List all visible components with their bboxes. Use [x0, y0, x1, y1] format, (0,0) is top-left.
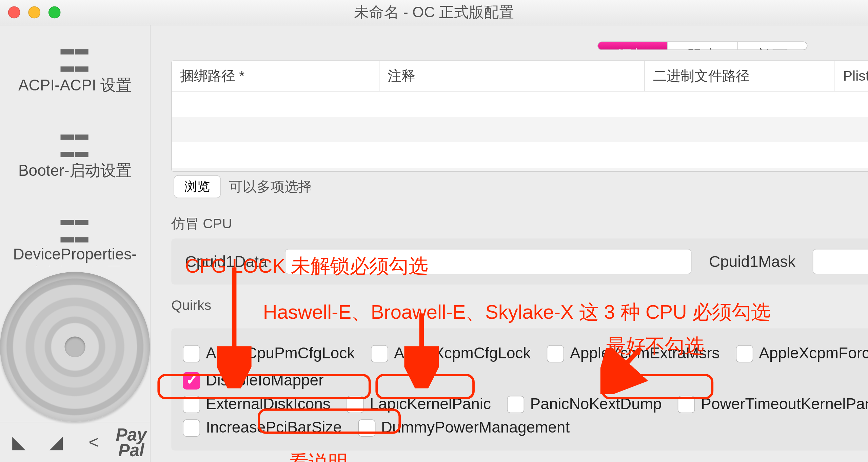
kext-table: 捆绑路径 *注释二进制文件路径Plist 文件路径最小内核最大内核启用	[171, 60, 868, 172]
quirk-label: AppleXcpmForceBoost	[759, 344, 868, 362]
quirk-label: AppleCpuPmCfgLock	[206, 344, 355, 362]
sidebar-item-label: ACPI-ACPI 设置	[6, 75, 144, 96]
titlebar: 未命名 - OC 正式版配置	[0, 0, 868, 25]
list-icon: ▂▂▂▂	[6, 206, 144, 241]
checkbox[interactable]	[736, 345, 753, 362]
quirk-IncreasePciBarSize[interactable]: IncreasePciBarSize	[183, 419, 342, 437]
minimize-icon[interactable]	[28, 6, 40, 19]
tab-bar: 添加阻止补丁	[597, 41, 807, 50]
checkbox[interactable]	[183, 396, 200, 413]
cpuid1mask-input[interactable]	[813, 249, 868, 274]
quirk-DummyPowerManagement[interactable]: DummyPowerManagement	[358, 419, 570, 437]
checkbox[interactable]	[347, 396, 364, 413]
sidebar-item[interactable]: ▂▂▂▂DeviceProperties-注入设备设置	[0, 196, 150, 266]
quirk-PanicNoKextDump[interactable]: PanicNoKextDump	[507, 395, 662, 413]
quirk-label: LapicKernelPanic	[370, 395, 491, 413]
quirk-PowerTimeoutKernelPanic[interactable]: PowerTimeoutKernelPanic	[678, 395, 868, 413]
quirk-AppleXcpmCfgLock[interactable]: AppleXcpmCfgLock	[371, 344, 531, 362]
sidebar-item[interactable]: ▂▂▂▂ACPI-ACPI 设置	[0, 25, 150, 111]
quirk-label: AppleXcpmExtraMsrs	[570, 344, 720, 362]
annotation-see-desc: 看说明	[289, 449, 348, 462]
bottom-toolbar: ◣ ◢ < PayPal	[0, 422, 150, 462]
zoom-icon[interactable]	[48, 6, 61, 19]
column-header[interactable]: 捆绑路径 *	[172, 61, 379, 91]
emulate-section-label: 仿冒 CPU	[171, 214, 868, 233]
sidebar: ▂▂▂▂ACPI-ACPI 设置▂▂▂▂Booter-启动设置▂▂▂▂Devic…	[0, 25, 151, 462]
quirk-LapicKernelPanic[interactable]: LapicKernelPanic	[347, 395, 491, 413]
multi-select-hint: 可以多项选择	[229, 177, 312, 196]
cpuid-row: Cpuid1Data Cpuid1Mask	[171, 238, 868, 285]
sidebar-item[interactable]: ▂▂▂▂Booter-启动设置	[0, 111, 150, 196]
share-icon[interactable]: <	[76, 433, 111, 452]
list-icon: ▂▂▂▂	[6, 121, 144, 155]
tab[interactable]: 补丁	[738, 42, 807, 49]
table-header: 捆绑路径 *注释二进制文件路径Plist 文件路径最小内核最大内核启用	[172, 61, 868, 91]
checkbox[interactable]	[678, 396, 695, 413]
quirk-label: AppleXcpmCfgLock	[394, 344, 531, 362]
checkbox[interactable]	[371, 345, 388, 362]
tab[interactable]: 添加	[598, 42, 668, 49]
cpuid1mask-label: Cpuid1Mask	[709, 253, 795, 271]
paypal-icon[interactable]: PayPal	[114, 427, 149, 458]
jog-dial[interactable]	[0, 272, 150, 422]
column-header[interactable]: 二进制文件路径	[645, 61, 835, 91]
sidebar-item-label: Booter-启动设置	[6, 160, 144, 181]
column-header[interactable]: 注释	[379, 61, 645, 91]
table-body[interactable]	[172, 91, 868, 171]
quirk-AppleXcpmExtraMsrs[interactable]: AppleXcpmExtraMsrs	[547, 344, 720, 362]
quirk-label: PanicNoKextDump	[530, 395, 662, 413]
quirk-label: IncreasePciBarSize	[206, 419, 342, 437]
tab[interactable]: 阻止	[668, 42, 738, 49]
quirk-label: DisableIoMapper	[206, 372, 323, 390]
cpuid1data-input[interactable]	[285, 249, 692, 274]
cpuid1data-label: Cpuid1Data	[185, 253, 268, 271]
main-panel: 添加阻止补丁 捆绑路径 *注释二进制文件路径Plist 文件路径最小内核最大内核…	[151, 25, 868, 462]
quirk-ExternalDiskIcons[interactable]: ExternalDiskIcons	[183, 395, 331, 413]
quirk-AppleCpuPmCfgLock[interactable]: AppleCpuPmCfgLock	[183, 344, 355, 362]
window-controls	[8, 6, 61, 19]
quirk-label: PowerTimeoutKernelPanic	[701, 395, 868, 413]
quirk-label: ExternalDiskIcons	[206, 395, 331, 413]
close-icon[interactable]	[8, 6, 20, 19]
export-icon[interactable]: ◢	[39, 432, 74, 453]
import-icon[interactable]: ◣	[1, 432, 36, 453]
quirk-AppleXcpmForceBoost[interactable]: AppleXcpmForceBoost	[736, 344, 868, 362]
quirk-DisableIoMapper[interactable]: DisableIoMapper	[183, 372, 323, 390]
checkbox[interactable]	[183, 372, 200, 389]
checkbox[interactable]	[547, 345, 564, 362]
sidebar-item-label: DeviceProperties-注入设备设置	[6, 246, 144, 266]
quirks-panel: AppleCpuPmCfgLockAppleXcpmCfgLockAppleXc…	[171, 329, 868, 451]
quirk-label: DummyPowerManagement	[381, 419, 570, 437]
checkbox[interactable]	[358, 419, 375, 436]
checkbox[interactable]	[507, 396, 525, 413]
list-icon: ▂▂▂▂	[6, 36, 144, 70]
window-title: 未命名 - OC 正式版配置	[0, 2, 868, 23]
browse-button[interactable]: 浏览	[174, 175, 221, 198]
quirks-section-label: Quirks	[171, 297, 868, 314]
checkbox[interactable]	[183, 419, 200, 436]
column-header[interactable]: Plist 文件路径	[835, 61, 868, 91]
checkbox[interactable]	[183, 345, 200, 362]
